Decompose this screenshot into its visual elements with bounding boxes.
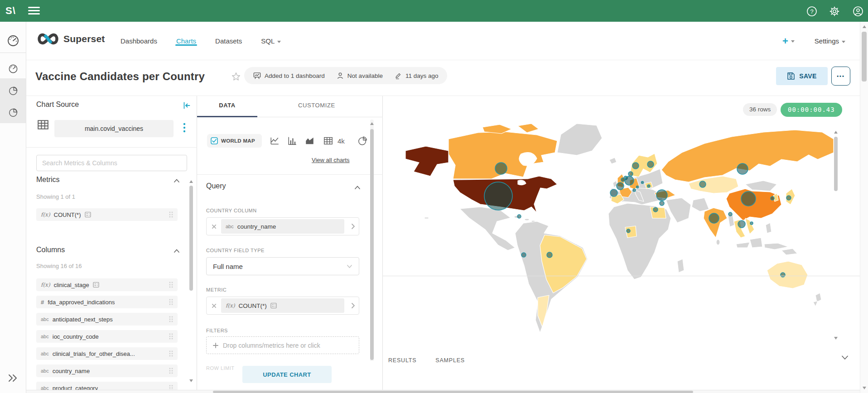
new-item-button[interactable]: + [782,35,795,47]
scrollbar-up-arrow[interactable] [863,25,866,28]
map-bubble-belgium[interactable] [621,178,625,182]
map-bubble-canada[interactable] [495,163,507,174]
more-actions-button[interactable]: ••• [831,67,850,86]
bar-chart-icon[interactable] [287,136,298,146]
open-popover-icon[interactable] [347,223,359,230]
search-metrics-columns-input[interactable] [36,155,187,171]
favorite-star-icon[interactable] [231,72,241,81]
map-bubble-romania[interactable] [647,185,650,187]
map-scrollbar-up-arrow[interactable] [834,131,838,134]
map-bubble-cuba[interactable] [517,215,521,218]
app-logo[interactable]: S\ [5,5,16,17]
nav-item-dashboards[interactable]: Dashboards [121,22,157,60]
collapse-panel-icon[interactable] [183,101,191,110]
map-bubble-india[interactable] [709,213,719,223]
drag-handle-icon[interactable] [169,316,173,323]
pie-chart-icon[interactable] [357,136,368,146]
tab-samples[interactable]: SAMPLES [435,357,465,364]
map-bubble-australia[interactable] [781,273,785,277]
settings-menu-button[interactable]: Settings [815,37,845,45]
superset-brand[interactable]: Superset [36,33,105,45]
source-scrollbar-thumb[interactable] [189,186,193,291]
map-bubble-germany[interactable] [625,176,634,185]
drag-handle-icon[interactable] [169,367,173,374]
collapse-results-chevron-icon[interactable] [841,355,849,360]
map-bubble-spain[interactable] [610,189,617,196]
map-bubble-nigeria[interactable] [627,229,630,233]
map-bubble-uk-france[interactable] [617,182,624,190]
country-column-value-pill[interactable]: abc country_name [221,219,344,234]
scrollbar-down-arrow[interactable] [863,387,866,389]
map-bubble-austria[interactable] [637,186,639,188]
expand-strip-icon[interactable] [7,373,19,383]
column-item-5[interactable]: abc country_name [36,364,178,377]
help-icon[interactable]: ? [806,6,817,17]
view-all-charts-link[interactable]: View all charts [312,157,350,163]
nav-item-sql[interactable]: SQL [261,22,281,60]
column-item-4[interactable]: abc clinical_trials_for_other_disea... [36,347,178,360]
map-bubble-south-korea[interactable] [771,196,774,200]
world-map-chart[interactable] [383,120,860,346]
scrollbar-up-arrow[interactable] [370,122,374,125]
map-bubble-poland[interactable] [641,182,644,184]
tab-data[interactable]: DATA [197,102,257,109]
metric-item-0[interactable]: f(x) COUNT(*) [36,208,178,221]
map-bubble-denmark[interactable] [628,172,633,176]
map-bubble-sweden[interactable] [647,161,654,168]
map-bubble-norway[interactable] [632,163,639,169]
gear-icon[interactable] [829,6,840,17]
tab-results[interactable]: RESULTS [388,357,416,364]
tab-customize[interactable]: CUSTOMIZE [298,102,335,109]
map-bubble-kazakhstan[interactable] [699,181,706,187]
map-bubble-russia[interactable] [737,163,748,174]
metric-field[interactable]: f(x) COUNT(*) [206,297,359,315]
dashboards-chip[interactable]: Added to 1 dashboard [253,72,325,80]
column-item-1[interactable]: # fda_approved_indications [36,296,178,308]
metric-value-pill[interactable]: f(x) COUNT(*) [221,298,344,313]
table-icon[interactable] [323,136,333,146]
update-chart-button[interactable]: UPDATE CHART [242,366,332,383]
map-bubble-japan[interactable] [786,196,791,200]
chevron-up-icon[interactable] [354,185,361,190]
map-bubble-egypt[interactable] [653,207,658,212]
map-bubble-thailand[interactable] [738,220,745,228]
map-bubble-vietnam[interactable] [750,222,753,225]
area-chart-icon[interactable] [304,136,315,146]
nav-item-charts[interactable]: Charts [176,22,196,60]
window-horizontal-scrollbar[interactable] [26,390,860,393]
map-scrollbar-thumb[interactable] [834,137,838,191]
map-bubble-italy[interactable] [633,189,636,192]
dataset-options-kebab-icon[interactable] [181,122,188,135]
country-field-type-select[interactable]: Full name [206,257,359,275]
hamburger-menu-icon[interactable] [28,7,40,15]
column-item-2[interactable]: abc anticipated_next_steps [36,313,178,326]
open-popover-icon[interactable] [347,302,359,309]
map-bubble-turkey[interactable] [656,190,667,201]
drag-handle-icon[interactable] [169,333,173,340]
drag-handle-icon[interactable] [169,281,173,288]
dashboard-gauge-icon[interactable] [7,34,19,47]
map-bubble-brazil[interactable] [547,252,552,258]
viz-type-world-map[interactable]: WORLD MAP [207,134,262,148]
line-chart-icon[interactable] [270,136,280,146]
window-vertical-scrollbar[interactable] [860,22,868,393]
window-hscrollbar-thumb[interactable] [213,391,693,393]
column-item-0[interactable]: f(x) clinical_stage [36,278,178,291]
filters-dropzone[interactable]: Drop columns/metrics here or click [206,336,359,354]
save-button[interactable]: SAVE [776,67,828,85]
map-bubble-us[interactable] [484,182,512,210]
user-avatar-icon[interactable] [853,6,863,17]
pie-chart-icon-2[interactable] [8,107,18,117]
map-countries[interactable] [405,124,834,333]
drag-handle-icon[interactable] [169,211,173,218]
chevron-up-icon[interactable] [174,178,180,183]
viz-4k-label[interactable]: 4k [338,137,345,145]
drag-handle-icon[interactable] [169,350,173,357]
dashboard-gauge-icon-small[interactable] [8,64,18,74]
map-bubble-china[interactable] [741,192,756,206]
nav-item-datasets[interactable]: Datasets [215,22,242,60]
map-scrollbar-down-arrow[interactable] [834,337,838,340]
remove-value-icon[interactable] [207,224,221,229]
scrollbar-down-arrow[interactable] [189,379,193,382]
remove-value-icon[interactable] [207,303,221,308]
